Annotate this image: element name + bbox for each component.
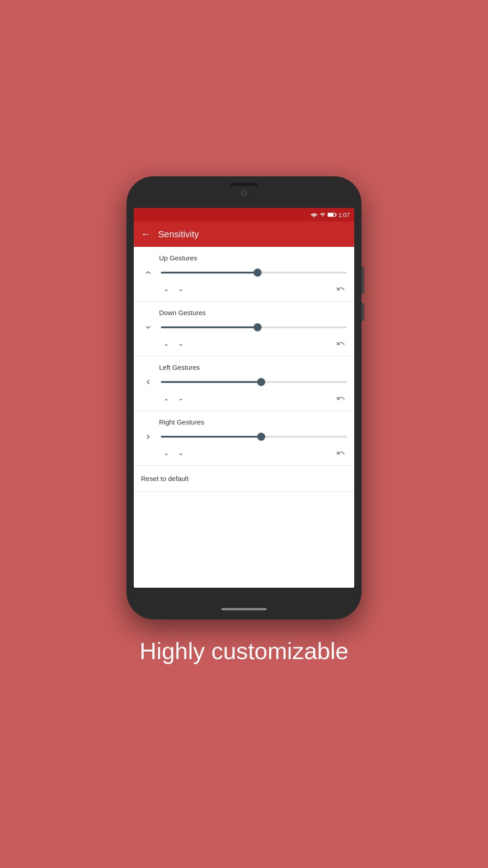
phone-body: 1:07 ← Sensitivity Up Gestures — [127, 176, 361, 619]
right-gesture-icon — [141, 429, 155, 444]
right-gestures-label: Right Gestures — [141, 418, 347, 426]
right-gestures-section: Right Gestures — [134, 411, 354, 466]
right-gestures-row — [141, 429, 347, 446]
down-gestures-label: Down Gestures — [141, 309, 347, 316]
left-increase-button[interactable] — [161, 394, 172, 405]
left-controls-row — [141, 391, 347, 410]
right-slider[interactable] — [161, 436, 347, 438]
phone-screen: 1:07 ← Sensitivity Up Gestures — [134, 208, 354, 588]
status-icons — [310, 212, 337, 217]
left-slider-track — [161, 381, 347, 383]
left-reset-button[interactable] — [336, 394, 347, 405]
left-decrease-button[interactable] — [175, 394, 186, 405]
left-gestures-row — [141, 375, 347, 391]
content-area: Up Gestures — [134, 247, 354, 588]
up-increase-button[interactable] — [161, 285, 172, 296]
up-controls-row — [141, 282, 347, 301]
up-gestures-section: Up Gestures — [134, 247, 354, 302]
left-gesture-icon — [141, 375, 155, 389]
down-increase-button[interactable] — [161, 340, 172, 350]
home-indicator — [221, 608, 267, 610]
right-slider-track — [161, 436, 347, 438]
down-gestures-section: Down Gestures — [134, 302, 354, 356]
up-slider-track — [161, 272, 347, 274]
tagline: Highly customizable — [140, 637, 348, 665]
down-slider-track — [161, 326, 347, 328]
down-slider[interactable] — [161, 326, 347, 328]
right-slider-thumb[interactable] — [257, 433, 265, 441]
right-decrease-button[interactable] — [175, 449, 186, 460]
left-slider-fill — [161, 381, 261, 383]
right-reset-button[interactable] — [336, 448, 347, 460]
phone-speaker — [230, 183, 258, 186]
status-bar: 1:07 — [134, 208, 354, 222]
down-slider-fill — [161, 326, 258, 328]
right-increase-button[interactable] — [161, 449, 172, 460]
wifi-icon — [310, 212, 318, 217]
toolbar: ← Sensitivity — [134, 222, 354, 247]
up-slider[interactable] — [161, 272, 347, 274]
volume-button-1 — [361, 267, 364, 294]
up-slider-fill — [161, 272, 258, 274]
signal-icon — [319, 212, 326, 217]
toolbar-title: Sensitivity — [158, 229, 199, 240]
left-gestures-section: Left Gestures — [134, 356, 354, 411]
down-gestures-row — [141, 320, 347, 336]
up-slider-thumb[interactable] — [253, 269, 262, 277]
down-slider-thumb[interactable] — [253, 323, 262, 331]
up-gesture-icon — [141, 265, 155, 280]
volume-button-2 — [361, 303, 364, 321]
down-gesture-icon — [141, 320, 155, 335]
back-button[interactable]: ← — [141, 228, 151, 240]
right-slider-fill — [161, 436, 261, 438]
phone-camera — [241, 190, 247, 196]
left-slider-thumb[interactable] — [257, 378, 265, 386]
svg-rect-2 — [336, 214, 337, 216]
battery-icon — [328, 212, 337, 217]
up-decrease-button[interactable] — [175, 285, 186, 296]
left-gestures-label: Left Gestures — [141, 363, 347, 371]
up-reset-button[interactable] — [336, 284, 347, 296]
reset-to-default-button[interactable]: Reset to default — [134, 466, 354, 492]
left-slider[interactable] — [161, 381, 347, 383]
phone-mockup: 1:07 ← Sensitivity Up Gestures — [127, 176, 361, 619]
svg-rect-1 — [328, 213, 333, 216]
down-controls-row — [141, 336, 347, 356]
up-gestures-row — [141, 265, 347, 282]
up-gestures-label: Up Gestures — [141, 254, 347, 262]
right-controls-row — [141, 446, 347, 465]
down-decrease-button[interactable] — [175, 340, 186, 350]
status-time: 1:07 — [338, 212, 350, 218]
down-reset-button[interactable] — [336, 339, 347, 350]
